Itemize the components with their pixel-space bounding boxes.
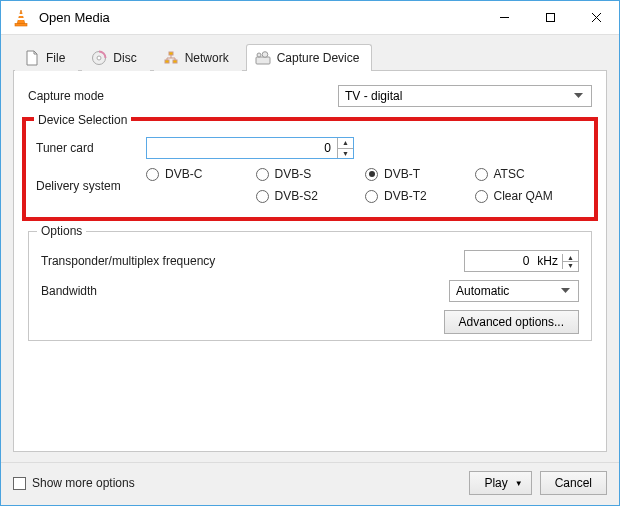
spinner-buttons: ▲ ▼ [562, 254, 578, 269]
open-media-window: Open Media File [0, 0, 620, 506]
svg-rect-4 [546, 14, 554, 22]
capture-device-icon [255, 50, 271, 66]
frequency-spinner[interactable]: 0 kHz ▲ ▼ [464, 250, 579, 272]
spinner-value: 0 [147, 138, 337, 158]
delivery-system-row: Delivery system DVB-C DVB-S DVB-T ATSC D… [36, 167, 584, 203]
svg-rect-0 [18, 14, 23, 16]
radio-icon [146, 168, 159, 181]
button-label: Advanced options... [459, 315, 564, 329]
tab-label: Capture Device [277, 51, 360, 65]
radio-label: ATSC [494, 167, 525, 181]
chevron-down-icon [556, 281, 574, 301]
tab-label: Disc [113, 51, 136, 65]
svg-rect-11 [173, 60, 177, 63]
svg-point-8 [97, 56, 101, 60]
advanced-options-button[interactable]: Advanced options... [444, 310, 579, 334]
radio-dvb-c[interactable]: DVB-C [146, 167, 256, 181]
delivery-system-radios: DVB-C DVB-S DVB-T ATSC DVB-S2 DVB-T2 Cle… [146, 167, 584, 203]
tuner-card-spinner[interactable]: 0 ▲ ▼ [146, 137, 354, 159]
radio-dvb-t[interactable]: DVB-T [365, 167, 475, 181]
file-icon [24, 50, 40, 66]
bandwidth-select[interactable]: Automatic [449, 280, 579, 302]
radio-icon [256, 168, 269, 181]
device-selection-group: Device Selection Tuner card 0 ▲ ▼ Delive… [22, 117, 598, 221]
capture-device-panel: Capture mode TV - digital Device Selecti… [13, 71, 607, 452]
spinner-up[interactable]: ▲ [563, 254, 578, 262]
spinner-buttons: ▲ ▼ [337, 138, 353, 158]
frequency-unit: kHz [535, 254, 562, 268]
svg-rect-9 [169, 52, 173, 55]
svg-rect-12 [256, 57, 270, 64]
show-more-options-checkbox[interactable]: Show more options [13, 476, 135, 490]
select-value: Automatic [456, 284, 509, 298]
svg-rect-2 [15, 23, 27, 26]
tab-disc[interactable]: Disc [82, 44, 149, 71]
capture-mode-label: Capture mode [28, 89, 338, 103]
window-controls [481, 1, 619, 34]
spinner-down[interactable]: ▼ [563, 262, 578, 269]
radio-atsc[interactable]: ATSC [475, 167, 585, 181]
footer-buttons: Play ▼ Cancel [469, 471, 607, 495]
vlc-cone-icon [11, 8, 31, 28]
radio-label: DVB-S [275, 167, 312, 181]
radio-label: DVB-T [384, 167, 420, 181]
chevron-down-icon: ▼ [515, 479, 523, 488]
radio-label: DVB-S2 [275, 189, 318, 203]
disc-icon [91, 50, 107, 66]
button-label: Play [484, 476, 507, 490]
play-button[interactable]: Play ▼ [469, 471, 531, 495]
cancel-button[interactable]: Cancel [540, 471, 607, 495]
tab-label: Network [185, 51, 229, 65]
network-icon [163, 50, 179, 66]
delivery-system-label: Delivery system [36, 167, 146, 193]
checkbox-icon [13, 477, 26, 490]
radio-label: Clear QAM [494, 189, 553, 203]
capture-mode-row: Capture mode TV - digital [28, 85, 592, 107]
radio-dvb-s[interactable]: DVB-S [256, 167, 366, 181]
radio-icon [365, 190, 378, 203]
dialog-body: File Disc Network Capture Device [1, 35, 619, 462]
maximize-button[interactable] [527, 1, 573, 34]
tuner-card-label: Tuner card [36, 141, 146, 155]
capture-mode-select[interactable]: TV - digital [338, 85, 592, 107]
svg-point-13 [257, 53, 261, 57]
titlebar: Open Media [1, 1, 619, 35]
spinner-down[interactable]: ▼ [338, 149, 353, 159]
tab-network[interactable]: Network [154, 44, 242, 71]
svg-rect-1 [18, 18, 25, 20]
tuner-card-row: Tuner card 0 ▲ ▼ [36, 137, 584, 159]
dialog-footer: Show more options Play ▼ Cancel [1, 462, 619, 505]
select-value: TV - digital [345, 89, 402, 103]
spinner-value: 0 [465, 254, 535, 268]
window-title: Open Media [39, 10, 481, 25]
radio-label: DVB-T2 [384, 189, 427, 203]
radio-icon [365, 168, 378, 181]
bandwidth-row: Bandwidth Automatic [41, 280, 579, 302]
radio-icon [256, 190, 269, 203]
svg-rect-10 [165, 60, 169, 63]
advanced-options-row: Advanced options... [41, 310, 579, 334]
radio-dvb-s2[interactable]: DVB-S2 [256, 189, 366, 203]
svg-point-14 [262, 52, 268, 58]
options-legend: Options [37, 224, 86, 238]
tab-bar: File Disc Network Capture Device [13, 43, 607, 71]
tab-label: File [46, 51, 65, 65]
device-selection-legend: Device Selection [34, 113, 131, 127]
options-group: Options Transponder/multiplex frequency … [28, 231, 592, 341]
bandwidth-label: Bandwidth [41, 284, 449, 298]
frequency-label: Transponder/multiplex frequency [41, 254, 464, 268]
close-button[interactable] [573, 1, 619, 34]
radio-icon [475, 168, 488, 181]
minimize-button[interactable] [481, 1, 527, 34]
checkbox-label: Show more options [32, 476, 135, 490]
tab-file[interactable]: File [15, 44, 78, 71]
radio-clear-qam[interactable]: Clear QAM [475, 189, 585, 203]
frequency-row: Transponder/multiplex frequency 0 kHz ▲ … [41, 250, 579, 272]
radio-icon [475, 190, 488, 203]
radio-dvb-t2[interactable]: DVB-T2 [365, 189, 475, 203]
tab-capture-device[interactable]: Capture Device [246, 44, 373, 71]
chevron-down-icon [569, 86, 587, 106]
button-label: Cancel [555, 476, 592, 490]
radio-label: DVB-C [165, 167, 202, 181]
spinner-up[interactable]: ▲ [338, 138, 353, 149]
